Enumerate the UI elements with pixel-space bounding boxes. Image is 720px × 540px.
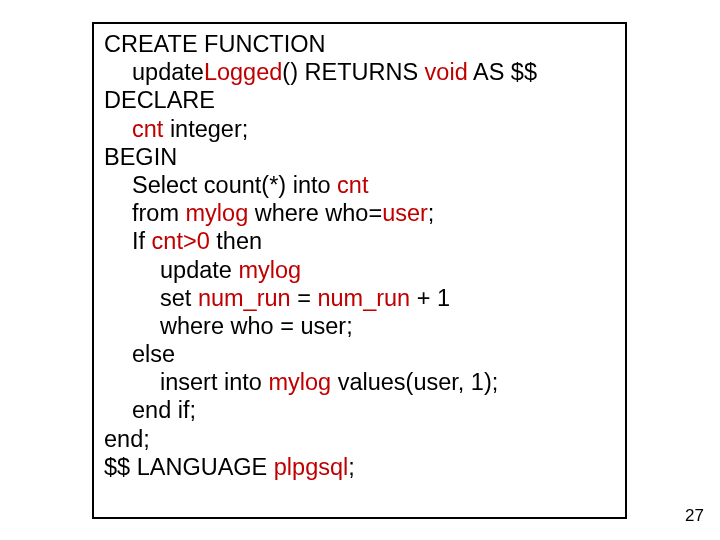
- code-text: + 1: [410, 285, 450, 311]
- code-text: where who = user;: [160, 313, 353, 339]
- code-text: mylog: [238, 257, 301, 283]
- code-text: then: [210, 228, 262, 254]
- code-line: end if;: [104, 396, 615, 424]
- code-text: () RETURNS: [282, 59, 424, 85]
- code-text: update: [160, 257, 238, 283]
- code-text: Logged: [204, 59, 282, 85]
- code-text: Select count(*) into: [132, 172, 337, 198]
- code-text: user: [382, 200, 428, 226]
- code-text: num_run: [198, 285, 291, 311]
- code-text: AS $$: [468, 59, 537, 85]
- code-line: end;: [104, 425, 615, 453]
- code-text: =: [291, 285, 318, 311]
- code-block: CREATE FUNCTION updateLogged() RETURNS v…: [92, 22, 627, 519]
- code-text: CREATE FUNCTION: [104, 31, 326, 57]
- code-line: else: [104, 340, 615, 368]
- code-line: insert into mylog values(user, 1);: [104, 368, 615, 396]
- code-line: where who = user;: [104, 312, 615, 340]
- code-text: void: [425, 59, 468, 85]
- code-line: updateLogged() RETURNS void AS $$: [104, 58, 615, 86]
- code-text: cnt>0: [152, 228, 210, 254]
- code-text: end;: [104, 426, 150, 452]
- code-text: else: [132, 341, 175, 367]
- code-text: update: [132, 59, 204, 85]
- code-line: CREATE FUNCTION: [104, 30, 615, 58]
- code-line: update mylog: [104, 256, 615, 284]
- code-line: BEGIN: [104, 143, 615, 171]
- code-text: mylog: [268, 369, 331, 395]
- code-text: $$ LANGUAGE: [104, 454, 274, 480]
- code-text: If: [132, 228, 152, 254]
- code-text: cnt: [132, 116, 163, 142]
- code-text: where who=: [248, 200, 382, 226]
- code-text: end if;: [132, 397, 196, 423]
- code-text: from: [132, 200, 186, 226]
- code-line: DECLARE: [104, 86, 615, 114]
- code-text: num_run: [317, 285, 410, 311]
- code-text: mylog: [186, 200, 249, 226]
- code-text: ;: [428, 200, 435, 226]
- code-line: If cnt>0 then: [104, 227, 615, 255]
- code-text: integer;: [163, 116, 248, 142]
- code-text: ;: [348, 454, 355, 480]
- code-text: DECLARE: [104, 87, 215, 113]
- code-text: plpgsql: [274, 454, 348, 480]
- code-text: BEGIN: [104, 144, 177, 170]
- code-line: cnt integer;: [104, 115, 615, 143]
- code-line: $$ LANGUAGE plpgsql;: [104, 453, 615, 481]
- code-text: values(user, 1);: [331, 369, 498, 395]
- code-line: Select count(*) into cnt: [104, 171, 615, 199]
- code-text: cnt: [337, 172, 368, 198]
- code-text: insert into: [160, 369, 268, 395]
- page-number: 27: [685, 506, 704, 526]
- code-line: set num_run = num_run + 1: [104, 284, 615, 312]
- code-line: from mylog where who=user;: [104, 199, 615, 227]
- code-text: set: [160, 285, 198, 311]
